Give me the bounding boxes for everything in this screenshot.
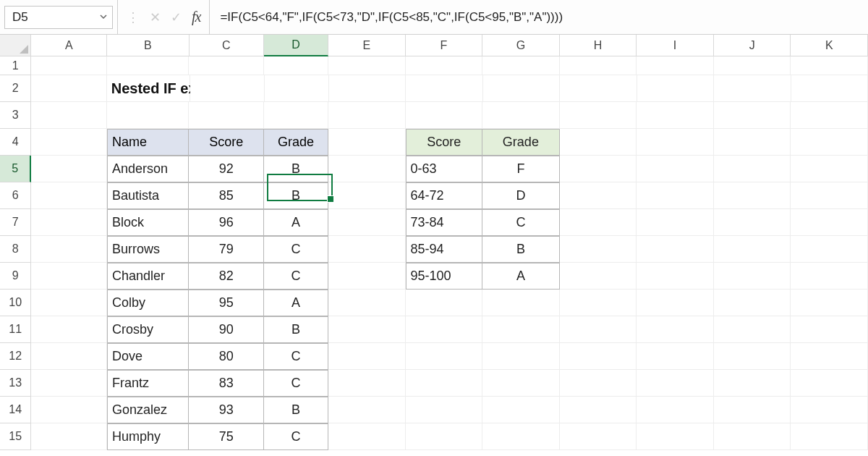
- cell-E2[interactable]: [329, 75, 406, 102]
- cell-C7[interactable]: 96: [189, 209, 264, 236]
- cell-C1[interactable]: [189, 56, 264, 75]
- col-header-E[interactable]: E: [328, 35, 406, 56]
- cell-A13[interactable]: [31, 370, 107, 397]
- cell-K13[interactable]: [791, 370, 868, 397]
- cell-C9[interactable]: 82: [189, 263, 264, 290]
- cell-E1[interactable]: [328, 56, 406, 75]
- cell-C11[interactable]: 90: [189, 316, 264, 343]
- col-header-K[interactable]: K: [791, 35, 868, 56]
- cell-B2[interactable]: Nested IF example to assign grades: [107, 75, 190, 102]
- cell-B9[interactable]: Chandler: [107, 263, 189, 290]
- cell-K15[interactable]: [791, 423, 868, 450]
- cell-F15[interactable]: [406, 423, 483, 450]
- cell-G6[interactable]: D: [482, 182, 560, 209]
- cell-E6[interactable]: [328, 182, 406, 209]
- cell-F3[interactable]: [406, 102, 483, 129]
- cell-F8[interactable]: 85-94: [406, 236, 483, 263]
- cell-B3[interactable]: [107, 102, 189, 129]
- cell-C3[interactable]: [189, 102, 264, 129]
- cell-C12[interactable]: 80: [189, 343, 264, 370]
- cell-F5[interactable]: 0-63: [406, 156, 483, 182]
- cell-C14[interactable]: 93: [189, 397, 264, 423]
- cell-F9[interactable]: 95-100: [406, 263, 483, 290]
- cell-J5[interactable]: [714, 156, 791, 182]
- cell-I11[interactable]: [637, 316, 714, 343]
- cell-C15[interactable]: 75: [189, 423, 264, 450]
- cell-A14[interactable]: [31, 397, 107, 423]
- cell-J8[interactable]: [714, 236, 791, 263]
- cell-K12[interactable]: [791, 343, 868, 370]
- cell-F4[interactable]: Score: [406, 129, 483, 156]
- row-header-13[interactable]: 13: [0, 370, 31, 397]
- cell-F12[interactable]: [406, 343, 483, 370]
- cell-F11[interactable]: [406, 316, 483, 343]
- cell-J4[interactable]: [714, 129, 791, 156]
- row-header-2[interactable]: 2: [0, 75, 31, 102]
- cell-K6[interactable]: [791, 182, 868, 209]
- cell-A12[interactable]: [31, 343, 107, 370]
- cell-C5[interactable]: 92: [189, 156, 264, 182]
- cell-B4[interactable]: Name: [107, 129, 189, 156]
- cell-A7[interactable]: [31, 209, 107, 236]
- cell-J14[interactable]: [714, 397, 791, 423]
- cell-A4[interactable]: [31, 129, 107, 156]
- cell-E3[interactable]: [328, 102, 406, 129]
- cell-A11[interactable]: [31, 316, 107, 343]
- cell-H7[interactable]: [560, 209, 637, 236]
- cell-K2[interactable]: [791, 75, 868, 102]
- cell-D14[interactable]: B: [264, 397, 328, 423]
- cell-F10[interactable]: [406, 290, 483, 316]
- cell-I9[interactable]: [637, 263, 714, 290]
- cell-F7[interactable]: 73-84: [406, 209, 483, 236]
- col-header-F[interactable]: F: [406, 35, 483, 56]
- col-header-J[interactable]: J: [714, 35, 791, 56]
- cell-G8[interactable]: B: [482, 236, 560, 263]
- cell-J13[interactable]: [714, 370, 791, 397]
- cell-B7[interactable]: Block: [107, 209, 189, 236]
- cell-H4[interactable]: [560, 129, 637, 156]
- cell-C6[interactable]: 85: [189, 182, 264, 209]
- cell-C10[interactable]: 95: [189, 290, 264, 316]
- cell-F6[interactable]: 64-72: [406, 182, 483, 209]
- col-header-A[interactable]: A: [31, 35, 107, 56]
- cell-I1[interactable]: [637, 56, 714, 75]
- cell-G3[interactable]: [482, 102, 560, 129]
- enter-icon[interactable]: ✓: [171, 9, 182, 25]
- cell-J1[interactable]: [714, 56, 791, 75]
- cell-G10[interactable]: [482, 290, 560, 316]
- cell-C4[interactable]: Score: [189, 129, 264, 156]
- cell-H12[interactable]: [560, 343, 637, 370]
- cell-D5[interactable]: B: [264, 156, 328, 182]
- cell-E15[interactable]: [328, 423, 406, 450]
- cell-G14[interactable]: [482, 397, 560, 423]
- cell-B10[interactable]: Colby: [107, 290, 189, 316]
- cell-F1[interactable]: [406, 56, 483, 75]
- cell-C8[interactable]: 79: [189, 236, 264, 263]
- cell-I2[interactable]: [637, 75, 714, 102]
- cell-C2[interactable]: [190, 75, 265, 102]
- cell-I12[interactable]: [637, 343, 714, 370]
- cell-I15[interactable]: [637, 423, 714, 450]
- cell-B11[interactable]: Crosby: [107, 316, 189, 343]
- row-header-8[interactable]: 8: [0, 236, 31, 263]
- cell-H5[interactable]: [560, 156, 637, 182]
- row-header-5[interactable]: 5: [0, 156, 31, 182]
- cell-B15[interactable]: Humphy: [107, 423, 189, 450]
- cell-F13[interactable]: [406, 370, 483, 397]
- fx-icon[interactable]: fx: [192, 9, 200, 25]
- cell-H9[interactable]: [560, 263, 637, 290]
- cell-I14[interactable]: [637, 397, 714, 423]
- cell-H15[interactable]: [560, 423, 637, 450]
- cell-C13[interactable]: 83: [189, 370, 264, 397]
- cell-H3[interactable]: [560, 102, 637, 129]
- cell-H14[interactable]: [560, 397, 637, 423]
- cell-A1[interactable]: [31, 56, 107, 75]
- cell-K8[interactable]: [791, 236, 868, 263]
- cell-G13[interactable]: [482, 370, 560, 397]
- cell-B8[interactable]: Burrows: [107, 236, 189, 263]
- cell-J9[interactable]: [714, 263, 791, 290]
- cell-J15[interactable]: [714, 423, 791, 450]
- cell-A6[interactable]: [31, 182, 107, 209]
- cell-I7[interactable]: [637, 209, 714, 236]
- cell-I13[interactable]: [637, 370, 714, 397]
